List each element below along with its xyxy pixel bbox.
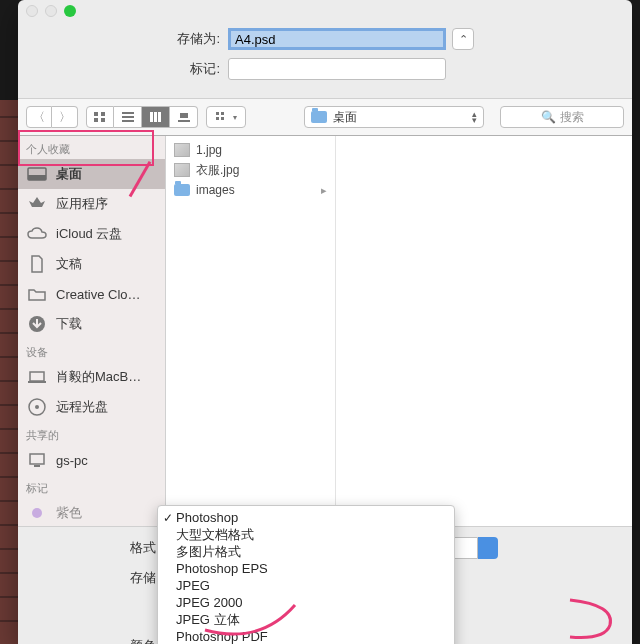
view-columns-button[interactable] (142, 106, 170, 128)
sidebar-item-applications[interactable]: 应用程序 (18, 189, 165, 219)
format-popup-stepper[interactable] (478, 537, 498, 559)
svg-rect-8 (154, 112, 157, 122)
chevron-up-icon: ⌃ (459, 33, 468, 46)
svg-rect-5 (122, 116, 134, 118)
chevron-left-icon: 〈 (33, 109, 45, 126)
desktop-icon (26, 165, 48, 183)
svg-rect-1 (101, 112, 105, 116)
location-popup[interactable]: 桌面 ▴▾ (304, 106, 484, 128)
sidebar-item-label: 下载 (56, 315, 82, 333)
titlebar (18, 0, 632, 22)
search-field[interactable]: 🔍 搜索 (500, 106, 624, 128)
file-name: images (196, 183, 235, 197)
forward-button[interactable]: 〉 (52, 106, 78, 128)
back-button[interactable]: 〈 (26, 106, 52, 128)
sidebar-item-label: gs-pc (56, 453, 88, 468)
search-placeholder: 搜索 (560, 109, 584, 126)
file-column: 1.jpg 衣服.jpg images ▸ (166, 136, 336, 526)
sidebar-item-downloads[interactable]: 下载 (18, 309, 165, 339)
sidebar-item-remote-disc[interactable]: 远程光盘 (18, 392, 165, 422)
svg-rect-19 (30, 372, 44, 381)
sidebar-head-favorites: 个人收藏 (18, 136, 165, 159)
file-name: 衣服.jpg (196, 162, 239, 179)
format-option[interactable]: Photoshop EPS (158, 560, 454, 577)
sidebar-item-label: 文稿 (56, 255, 82, 273)
save-options-label: 存储: (38, 567, 168, 587)
sidebar-item-macbook[interactable]: 肖毅的MacB… (18, 362, 165, 392)
laptop-icon (26, 368, 48, 386)
sidebar-head-shared: 共享的 (18, 422, 165, 445)
sidebar-item-label: 肖毅的MacB… (56, 368, 141, 386)
file-item[interactable]: 1.jpg (166, 140, 335, 160)
sidebar-item-documents[interactable]: 文稿 (18, 249, 165, 279)
minimize-window-icon[interactable] (45, 5, 57, 17)
document-icon (26, 255, 48, 273)
image-file-icon (174, 143, 190, 157)
svg-rect-0 (94, 112, 98, 116)
format-option[interactable]: JPEG (158, 577, 454, 594)
sidebar-item-label: 桌面 (56, 165, 82, 183)
search-icon: 🔍 (541, 110, 556, 124)
format-option[interactable]: JPEG 立体 (158, 611, 454, 628)
chevron-right-icon: 〉 (59, 109, 71, 126)
sidebar-head-devices: 设备 (18, 339, 165, 362)
sidebar-item-label: Creative Clo… (56, 287, 141, 302)
sidebar-item-tag-purple[interactable]: 紫色 (18, 498, 165, 526)
svg-rect-3 (101, 118, 105, 122)
sidebar-item-creative-cloud[interactable]: Creative Clo… (18, 279, 165, 309)
svg-point-25 (32, 508, 42, 518)
svg-rect-9 (158, 112, 161, 122)
svg-rect-23 (30, 454, 44, 464)
applications-icon (26, 195, 48, 213)
svg-rect-11 (178, 120, 190, 122)
file-item[interactable]: images ▸ (166, 180, 335, 200)
preview-column (336, 136, 632, 526)
format-option[interactable]: Photoshop PDF (158, 628, 454, 644)
view-coverflow-button[interactable] (170, 106, 198, 128)
view-icons-button[interactable] (86, 106, 114, 128)
svg-rect-7 (150, 112, 153, 122)
updown-icon: ▴▾ (472, 111, 477, 123)
svg-rect-24 (34, 465, 40, 467)
folder-icon (311, 111, 327, 123)
collapse-button[interactable]: ⌃ (452, 28, 474, 50)
tags-label: 标记: (38, 60, 228, 78)
svg-rect-6 (122, 120, 134, 122)
tags-input[interactable] (228, 58, 446, 80)
svg-point-22 (35, 405, 39, 409)
format-dropdown-menu: Photoshop 大型文档格式 多图片格式 Photoshop EPS JPE… (157, 505, 455, 644)
sidebar: 个人收藏 桌面 应用程序 iCloud 云盘 文稿 Creative Clo… (18, 136, 166, 526)
svg-rect-15 (221, 117, 224, 120)
view-list-button[interactable] (114, 106, 142, 128)
image-file-icon (174, 163, 190, 177)
folder-icon (26, 285, 48, 303)
toolbar: 〈 〉 ▾ 桌面 ▴▾ 🔍 搜索 (18, 98, 632, 136)
chevron-right-icon: ▸ (321, 184, 327, 197)
close-window-icon[interactable] (26, 5, 38, 17)
location-label: 桌面 (333, 109, 357, 126)
svg-rect-12 (216, 112, 219, 115)
sidebar-item-label: iCloud 云盘 (56, 225, 122, 243)
svg-rect-20 (28, 381, 46, 383)
sidebar-item-label: 紫色 (56, 504, 82, 522)
arrange-button[interactable]: ▾ (206, 106, 246, 128)
download-icon (26, 315, 48, 333)
color-label: 颜色: (38, 635, 168, 644)
filename-input[interactable] (228, 28, 446, 50)
format-option[interactable]: 多图片格式 (158, 543, 454, 560)
format-option[interactable]: JPEG 2000 (158, 594, 454, 611)
sidebar-item-icloud[interactable]: iCloud 云盘 (18, 219, 165, 249)
svg-rect-17 (28, 175, 46, 180)
zoom-window-icon[interactable] (64, 5, 76, 17)
sidebar-item-gs-pc[interactable]: gs-pc (18, 445, 165, 475)
sidebar-head-tags: 标记 (18, 475, 165, 498)
svg-rect-10 (180, 113, 188, 118)
svg-rect-14 (216, 117, 219, 120)
format-option[interactable]: Photoshop (158, 509, 454, 526)
svg-rect-2 (94, 118, 98, 122)
sidebar-item-label: 应用程序 (56, 195, 108, 213)
cloud-icon (26, 225, 48, 243)
format-option[interactable]: 大型文档格式 (158, 526, 454, 543)
sidebar-item-label: 远程光盘 (56, 398, 108, 416)
file-item[interactable]: 衣服.jpg (166, 160, 335, 180)
